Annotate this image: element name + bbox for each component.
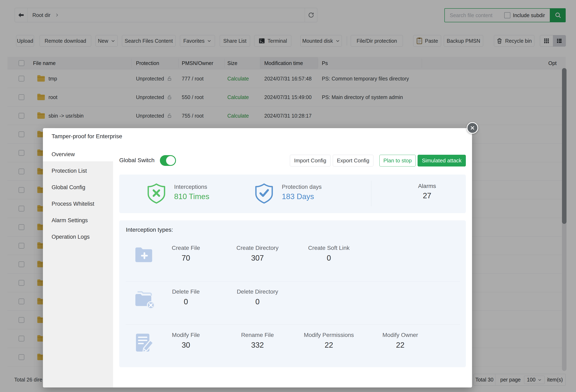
type-stat: Delete File 0 [155, 288, 217, 306]
type-stat: Create Directory 307 [227, 245, 288, 262]
type-stat: Delete Directory 0 [227, 288, 288, 306]
stats-divider [371, 181, 371, 206]
protection-days-value: 183 Days [282, 192, 322, 201]
import-config-button[interactable]: Import Config [290, 155, 330, 167]
row-divider [126, 325, 460, 325]
file-edit-icon [134, 333, 154, 354]
modal-sidebar: Overview Protection List Global Config P… [43, 147, 113, 388]
shield-x-icon [146, 183, 167, 204]
type-stat: Rename File 332 [227, 332, 288, 349]
tab-global-config[interactable]: Global Config [43, 180, 113, 194]
alarms-value: 27 [396, 192, 458, 200]
row-divider [126, 281, 460, 281]
export-config-button[interactable]: Export Config [333, 155, 374, 167]
close-button[interactable] [467, 122, 478, 134]
close-icon [469, 125, 476, 131]
global-switch-toggle[interactable] [160, 155, 176, 166]
type-stat: Modify Permissions 22 [298, 332, 360, 349]
interception-types-card: Interception types: Create File 70 Creat… [119, 220, 466, 367]
alarms-label: Alarms [396, 183, 458, 189]
alarms-stat: Alarms 27 [396, 183, 458, 200]
interceptions-stat: Interceptions 810 Times [174, 184, 209, 201]
interceptions-label: Interceptions [174, 184, 209, 190]
type-stat: Modify Owner 22 [369, 332, 431, 349]
tab-protection-list[interactable]: Protection List [43, 164, 113, 178]
interceptions-value: 810 Times [174, 192, 209, 201]
type-stat: Modify File 30 [155, 332, 217, 349]
protection-days-label: Protection days [282, 184, 322, 190]
toggle-knob [166, 156, 175, 165]
protection-days-stat: Protection days 183 Days [282, 184, 322, 201]
tab-overview[interactable]: Overview [43, 147, 113, 161]
tab-process-whitelist[interactable]: Process Whitelist [43, 197, 113, 211]
plan-to-stop-button[interactable]: Plan to stop [379, 155, 416, 167]
tab-operation-logs[interactable]: Operation Logs [43, 230, 113, 244]
tab-alarm-settings[interactable]: Alarm Settings [43, 213, 113, 227]
simulated-attack-button[interactable]: Simulated attack [418, 155, 466, 167]
global-switch-label: Global Switch [119, 155, 154, 166]
stats-card: Interceptions 810 Times Protection days … [119, 174, 466, 213]
type-stat: Create Soft Link 0 [298, 245, 360, 262]
shield-check-icon [254, 183, 274, 204]
interception-types-title: Interception types: [126, 226, 173, 233]
type-stat: Create File 70 [155, 245, 217, 262]
tamper-proof-modal: Tamper-proof for Enterprise Overview Pro… [43, 128, 472, 388]
folder-plus-icon [134, 246, 155, 264]
folder-delete-icon [134, 290, 156, 309]
modal-title: Tamper-proof for Enterprise [52, 133, 122, 140]
